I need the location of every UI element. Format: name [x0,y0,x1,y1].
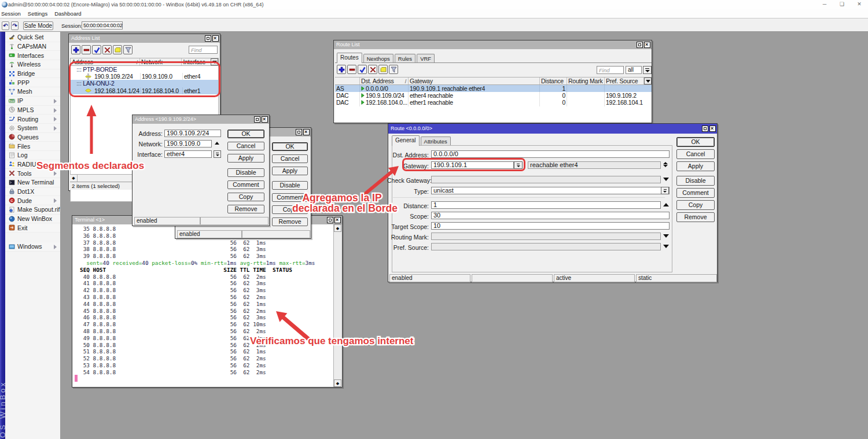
sidebar-item-new-winbox[interactable]: New WinBox [5,215,60,224]
remove-button[interactable]: Remove [676,212,715,222]
session-input[interactable]: 50:00:00:04:00:02 [82,21,123,29]
comment-button[interactable]: Comment [227,180,264,189]
dropdown-arrow-icon[interactable] [663,234,669,238]
sidebar-item-exit[interactable]: Exit [5,223,60,233]
sidebar-item-dude[interactable]: C Dude [5,196,60,205]
add-remove-gateway-icon[interactable] [663,162,668,167]
column-header-pref-source[interactable]: Pref. Source [605,78,644,84]
undo-button[interactable]: ↶ [2,21,9,30]
tab-general[interactable]: General [392,135,420,146]
column-header-flags[interactable] [335,78,360,84]
cancel-button[interactable]: Cancel [676,149,715,159]
filter-button[interactable] [123,45,133,54]
tab-attributes[interactable]: Attributes [421,137,451,146]
menu-session[interactable]: Session [1,9,21,18]
vertical-scrollbar[interactable]: ◆ ◆ [333,224,341,387]
cancel-button[interactable]: Cancel [272,154,308,163]
ok-button[interactable]: OK [227,130,264,138]
sidebar-item-ppp[interactable]: PPP [5,78,60,87]
apply-button[interactable]: Apply [676,161,715,171]
close-icon[interactable]: ✕ [851,0,868,9]
interface-input[interactable]: ether4 [164,150,212,158]
comment-button[interactable]: Comment [676,188,715,198]
scroll-left-icon[interactable]: ◆ [70,175,78,182]
sidebar-item-dot1x[interactable]: Dot1X [5,187,60,197]
column-header-routing-mark[interactable]: Routing Mark [567,78,605,84]
type-input[interactable]: unicast [431,187,670,194]
copy-button[interactable]: Copy [676,200,715,210]
sidebar-item-mpls[interactable]: MPLS [5,106,60,115]
plus-button[interactable] [337,65,346,74]
tab-vrf[interactable]: VRF [417,54,435,63]
route-list-titlebar[interactable]: Route List × [334,40,652,49]
close-icon[interactable]: × [644,42,650,48]
cancel-button[interactable]: Cancel [227,142,264,150]
filter-dropdown-icon[interactable] [643,66,652,74]
tab-nexthops[interactable]: Nexthops [363,54,393,63]
check-button[interactable] [358,65,367,74]
disable-button[interactable]: Disable [227,168,264,177]
tab-rules[interactable]: Rules [395,54,415,63]
check-button[interactable] [92,45,101,54]
apply-button[interactable]: Apply [272,167,308,175]
close-icon[interactable]: × [303,129,310,135]
table-row-route[interactable]: AS 0.0.0.0/0 190.9.109.1 reachable ether… [335,85,652,92]
sidebar-item-files[interactable]: Files [5,142,60,151]
find-input[interactable]: Find [189,46,218,54]
comment-button[interactable] [113,45,122,54]
close-icon[interactable]: × [334,217,341,223]
dropdown-icon[interactable] [214,150,221,158]
apply-button[interactable]: Apply [227,154,264,163]
cross-button[interactable] [368,65,377,74]
column-header-gateway[interactable]: Gateway [409,78,540,84]
disable-button[interactable]: Disable [676,176,715,186]
sidebar-item-queues[interactable]: Queues [5,133,60,142]
menu-settings[interactable]: Settings [28,9,47,18]
column-header-dst-address[interactable]: Dst. Address/ [360,78,409,84]
dst-address-input[interactable]: 0.0.0.0/0 [431,150,670,158]
sidebar-item-quick-set[interactable]: Quick Set [5,33,60,42]
filter-select[interactable]: all [626,66,642,74]
disable-button[interactable]: Disable [272,181,308,190]
pref-source-select[interactable] [431,243,661,250]
cross-button[interactable] [102,45,112,54]
dropdown-arrow-icon[interactable] [663,178,669,181]
sidebar-item-wireless[interactable]: Wireless [5,60,60,69]
minus-button[interactable] [82,45,91,54]
filter-button[interactable] [389,65,398,74]
sidebar-item-windows[interactable]: Windows [5,242,60,252]
remove-button[interactable]: Remove [227,205,264,213]
scroll-down-icon[interactable]: ◆ [334,379,341,387]
copy-button[interactable]: Copy [227,193,264,201]
remove-button[interactable]: Remove [272,217,308,226]
minimize-icon[interactable]: ─ [816,0,833,9]
comment-button[interactable] [378,65,388,74]
find-input[interactable]: Find [597,66,624,74]
sidebar-item-capsman[interactable]: CAPsMAN [5,42,60,51]
sidebar-item-interfaces[interactable]: Interfaces [5,51,60,60]
maximize-icon[interactable] [205,35,211,42]
address-dialog-titlebar[interactable]: Address <190.9.109.2/24> × [133,115,269,124]
sidebar-item-routing[interactable]: Routing [5,115,60,124]
sidebar-item-ip[interactable]: 255 IP [5,97,60,106]
sidebar-item-make-supout-rif[interactable]: Make Supout.rif [5,205,60,215]
dropdown-arrow-icon[interactable] [663,245,669,248]
routing-mark-select[interactable] [431,233,661,240]
check-gateway-select[interactable] [431,176,661,183]
sidebar-item-log[interactable]: Log [5,151,60,160]
network-input[interactable]: 190.9.109.0 [164,140,212,147]
route-dialog-titlebar[interactable]: Route <0.0.0.0/0> × [388,124,717,134]
type-dropdown-icon[interactable] [661,187,669,194]
distance-input[interactable]: 1 [431,201,661,209]
ok-button[interactable]: OK [272,142,308,151]
close-icon[interactable]: × [709,126,716,132]
maximize-icon[interactable] [637,42,643,48]
maximize-icon[interactable] [702,126,708,132]
column-header-distance[interactable]: Distance [540,78,567,84]
scope-input[interactable]: 30 [431,212,670,219]
maximize-icon[interactable] [254,116,260,123]
tab-routes[interactable]: Routes [337,53,362,63]
address-input[interactable]: 190.9.109.2/24 [164,130,221,137]
minus-button[interactable] [347,65,356,74]
close-icon[interactable]: × [262,116,268,123]
